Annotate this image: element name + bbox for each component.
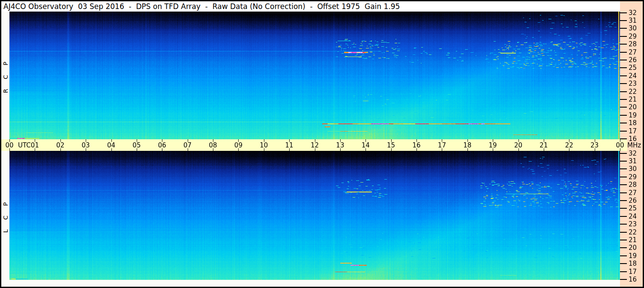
lcp-spectrogram-canvas (9, 151, 620, 280)
title-bar: AJ4CO Observatory 03 Sep 2016 - DPS on T… (1, 1, 620, 12)
rcp-polarization-label: R C P (2, 58, 9, 93)
rcp-spectrogram-canvas (9, 12, 620, 139)
lcp-label-box: L C P (1, 151, 9, 280)
lcp-polarization-label: L C P (2, 198, 9, 233)
rcp-label-box: R C P (1, 12, 9, 139)
time-axis-strip (1, 139, 627, 151)
dps-window: AJ4CO Observatory 03 Sep 2016 - DPS on T… (0, 0, 644, 288)
